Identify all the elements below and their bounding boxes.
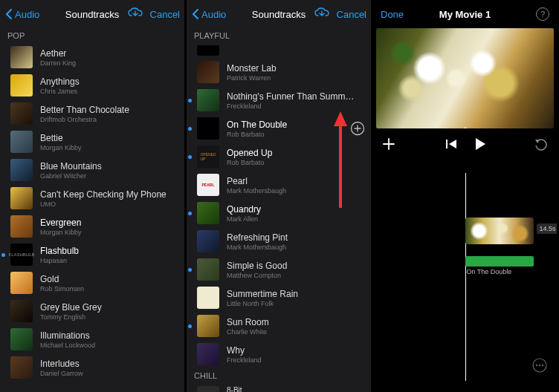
track-row[interactable]: WhyFreckleland <box>187 340 371 368</box>
downloaded-dot-icon <box>188 268 192 272</box>
album-art <box>10 102 33 125</box>
track-row[interactable]: 8-Bit <box>187 383 371 392</box>
track-row[interactable]: Monster LabPatrick Warren <box>187 58 371 86</box>
svg-marker-4 <box>476 138 485 150</box>
cancel-button[interactable]: Cancel <box>337 9 366 20</box>
track-artist: Gabriel Witcher <box>40 172 178 180</box>
album-art <box>197 258 219 281</box>
more-options-button[interactable] <box>531 357 548 376</box>
video-preview[interactable] <box>376 28 554 128</box>
track-row[interactable]: IlluminationsMichael Lockwood <box>0 325 184 353</box>
playhead-line <box>465 173 466 381</box>
track-row[interactable]: Summertime RainLittle North Folk <box>187 284 371 312</box>
track-row[interactable]: Better Than ChocolateDriftmob Orchestra <box>0 99 184 128</box>
album-art <box>197 89 219 111</box>
track-list[interactable]: AetherDarren King AnythingsChris James B… <box>0 43 184 382</box>
album-art <box>197 202 219 224</box>
track-artist: Chris James <box>40 88 178 95</box>
track-title: Nothing's Funner Than Summ… <box>227 91 365 102</box>
album-art: PEARL <box>197 174 219 196</box>
track-list[interactable]: 8-Bit <box>187 383 371 392</box>
track-artist: Charlie White <box>227 328 365 336</box>
track-list[interactable]: Monster LabPatrick Warren Nothing's Funn… <box>187 43 371 368</box>
track-artist: Mark Mothersbaugh <box>227 244 365 251</box>
track-row[interactable]: OPENEDUPOpened UpRob Barbato <box>187 143 371 171</box>
selected-dot-icon <box>1 253 5 257</box>
track-title: Anythings <box>40 76 178 87</box>
album-art <box>10 356 33 379</box>
timeline[interactable]: 14.5s On The Double <box>373 173 557 381</box>
cloud-download-icon[interactable] <box>314 7 329 21</box>
track-row[interactable]: Simple is GoodMatthew Compton <box>187 255 371 284</box>
album-art <box>10 159 33 181</box>
track-artist: Mark Mothersbaugh <box>227 187 365 195</box>
section-header: CHILL <box>187 368 371 383</box>
playhead-handle-icon <box>461 127 470 128</box>
play-button[interactable] <box>474 137 486 151</box>
skip-back-button[interactable] <box>445 139 458 149</box>
video-clip[interactable] <box>465 218 534 244</box>
track-artist: Rob Simonsen <box>40 285 178 293</box>
track-row[interactable] <box>187 43 371 58</box>
help-icon[interactable]: ? <box>536 7 549 21</box>
audio-clip[interactable] <box>465 256 534 267</box>
track-title: Better Than Chocolate <box>40 105 178 115</box>
downloaded-dot-icon <box>188 324 192 328</box>
track-row[interactable]: Grey Blue GreyTommy English <box>0 297 184 325</box>
cloud-download-icon[interactable] <box>128 7 143 21</box>
downloaded-dot-icon <box>188 99 192 102</box>
track-row[interactable]: QuandryMark Allen <box>187 199 371 227</box>
track-row[interactable]: InterludesDaniel Garrow <box>0 353 184 382</box>
track-row[interactable]: GoldRob Simonsen <box>0 269 184 297</box>
album-art: OPENEDUP <box>197 146 219 168</box>
track-title: Refreshing Pint <box>227 232 365 243</box>
track-row[interactable]: On The DoubleRob Barbato <box>187 114 371 143</box>
album-art: FLASHBULB <box>10 244 33 266</box>
nav-right: Cancel <box>128 7 180 21</box>
album-art <box>10 300 33 322</box>
track-title: Grey Blue Grey <box>40 302 178 313</box>
add-track-button[interactable] <box>350 121 365 136</box>
track-row[interactable]: Can't Keep Checking My PhoneUMO <box>0 184 184 212</box>
track-row[interactable]: Nothing's Funner Than Summ…Freckleland <box>187 86 371 114</box>
track-title: Interludes <box>40 359 178 369</box>
navbar: Audio Soundtracks Cancel <box>187 0 371 28</box>
track-artist: Little North Folk <box>227 300 365 307</box>
back-label: Audio <box>201 9 226 20</box>
back-button[interactable]: Audio <box>4 8 39 20</box>
track-row[interactable]: AetherDarren King <box>0 43 184 71</box>
track-artist: Mark Allen <box>227 215 365 223</box>
track-title: Quandry <box>227 204 365 215</box>
downloaded-dot-icon <box>188 155 192 159</box>
track-row[interactable]: Refreshing PintMark Mothersbaugh <box>187 227 371 255</box>
done-button[interactable]: Done <box>381 9 404 20</box>
track-title: On The Double <box>227 120 350 130</box>
track-title: Illuminations <box>40 330 178 341</box>
nav-title: Soundtracks <box>65 9 119 20</box>
track-row[interactable]: FLASHBULBFlashbulbHapasan <box>0 241 184 269</box>
clip-duration: 14.5s <box>537 223 558 234</box>
track-row[interactable]: Blue MountainsGabriel Witcher <box>0 156 184 184</box>
transport-controls <box>373 137 557 151</box>
track-artist: Tommy English <box>40 313 178 321</box>
nav-title: Soundtracks <box>252 9 306 20</box>
track-title: Flashbulb <box>40 246 178 256</box>
track-artist: UMO <box>40 200 178 208</box>
back-button[interactable]: Audio <box>191 8 226 20</box>
album-art <box>10 187 33 209</box>
add-media-button[interactable] <box>382 137 395 151</box>
album-art <box>197 117 219 140</box>
soundtracks-panel-playful: Audio Soundtracks Cancel PLAYFUL Monster… <box>187 0 373 392</box>
track-row[interactable]: Sun RoomCharlie White <box>187 312 371 340</box>
track-row[interactable]: PEARLPearlMark Mothersbaugh <box>187 171 371 199</box>
svg-point-7 <box>536 365 537 366</box>
section-header: POP <box>0 28 184 43</box>
track-artist: Matthew Compton <box>227 272 365 279</box>
cancel-button[interactable]: Cancel <box>150 9 180 20</box>
track-row[interactable]: EvergreenMorgan Kibby <box>0 212 184 241</box>
track-row[interactable]: BettieMorgan Kibby <box>0 128 184 156</box>
track-artist: Freckleland <box>227 102 365 110</box>
undo-button[interactable] <box>534 137 548 151</box>
svg-point-9 <box>542 365 543 366</box>
track-row[interactable]: AnythingsChris James <box>0 71 184 99</box>
